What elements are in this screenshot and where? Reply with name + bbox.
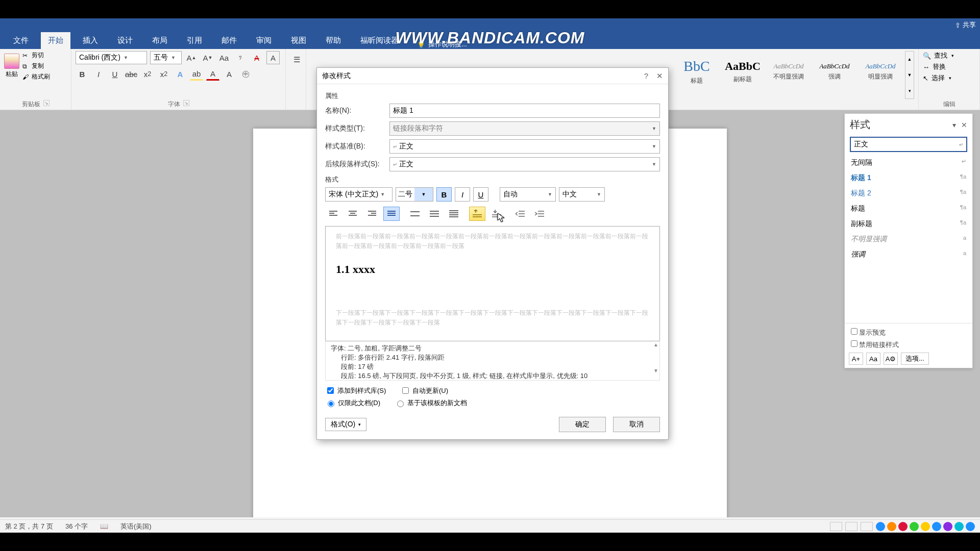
style-item[interactable]: AaBbC副标题: [720, 53, 765, 90]
char-border-button[interactable]: A: [266, 51, 280, 64]
space-before-inc-button[interactable]: [469, 207, 485, 221]
tab-design[interactable]: 设计: [110, 32, 140, 49]
share-button[interactable]: ⇧ 共享: [955, 20, 976, 30]
spacing-1-button[interactable]: [407, 207, 423, 221]
align-right-button[interactable]: [364, 207, 380, 221]
bold-button[interactable]: B: [76, 67, 89, 81]
cancel-button[interactable]: 取消: [613, 417, 660, 432]
chevron-down-icon[interactable]: ▼: [414, 188, 433, 201]
close-icon[interactable]: ✕: [961, 121, 967, 129]
style-item[interactable]: BbC标题: [674, 53, 719, 90]
align-left-button[interactable]: [325, 207, 341, 221]
print-layout-button[interactable]: [845, 522, 857, 531]
tab-mailings[interactable]: 邮件: [214, 32, 244, 49]
style-item[interactable]: AaBbCcDd强调: [812, 53, 857, 90]
dialog-titlebar[interactable]: 修改样式 ?✕: [317, 68, 668, 84]
superscript-button[interactable]: x2: [157, 67, 170, 81]
select-button[interactable]: ↖选择▾: [923, 73, 975, 83]
language-indicator[interactable]: 英语(美国): [120, 522, 152, 531]
italic-button[interactable]: I: [92, 67, 105, 81]
tellme-text[interactable]: 操作说明搜...: [428, 40, 467, 49]
shrink-font-button[interactable]: A▼: [201, 51, 214, 64]
pane-menu-icon[interactable]: ▾: [952, 121, 956, 129]
spacing-2-button[interactable]: [446, 207, 462, 221]
copy-button[interactable]: ⧉复制: [22, 62, 50, 70]
style-list-item[interactable]: 无间隔↵: [850, 155, 967, 170]
bullets-button[interactable]: ☰: [290, 53, 303, 66]
spacing-1.5-button[interactable]: [426, 207, 443, 221]
expand-icon[interactable]: ▾: [905, 83, 914, 98]
manage-styles-button[interactable]: A⚙: [884, 353, 898, 365]
chevron-down-icon[interactable]: ▼: [905, 67, 914, 83]
help-icon[interactable]: ?: [644, 71, 648, 80]
disable-linked-checkbox[interactable]: 禁用链接样式: [849, 339, 968, 349]
clear-format-button[interactable]: A: [250, 51, 263, 64]
style-list-item[interactable]: 强调a: [850, 247, 967, 262]
style-list-item[interactable]: 副标题¶a: [850, 216, 967, 232]
gallery-scroll[interactable]: ▲▼▾: [905, 51, 914, 99]
ok-button[interactable]: 确定: [559, 417, 606, 432]
replace-button[interactable]: ↔替换: [923, 62, 975, 71]
close-icon[interactable]: ✕: [656, 71, 663, 80]
tab-foxit[interactable]: 福昕阅读器: [353, 32, 406, 49]
page-indicator[interactable]: 第 2 页，共 7 页: [5, 522, 53, 531]
new-docs-radio[interactable]: 基于该模板的新文档: [395, 398, 467, 408]
tab-help[interactable]: 帮助: [318, 32, 348, 49]
style-item[interactable]: AaBbCcDd明显强调: [858, 53, 903, 90]
align-justify-button[interactable]: [383, 207, 400, 221]
subscript-button[interactable]: x2: [141, 67, 154, 81]
paste-button[interactable]: 粘贴: [4, 54, 19, 79]
tab-layout[interactable]: 布局: [145, 32, 175, 49]
font-name-combo[interactable]: Calibri (西文)▼: [76, 51, 147, 64]
change-case-button[interactable]: Aa: [217, 51, 231, 64]
phonetic-guide-button[interactable]: ﾂ: [234, 51, 247, 64]
tab-file[interactable]: 文件: [6, 32, 36, 49]
grow-font-button[interactable]: A▲: [185, 51, 198, 64]
tab-view[interactable]: 视图: [284, 32, 313, 49]
name-input[interactable]: 标题 1: [389, 104, 660, 118]
show-preview-checkbox[interactable]: 显示预览: [849, 327, 968, 337]
tab-home[interactable]: 开始: [41, 32, 70, 49]
style-list-item[interactable]: 标题 2¶a: [850, 186, 967, 201]
read-mode-button[interactable]: [830, 522, 842, 531]
find-button[interactable]: 🔍查找▾: [923, 51, 975, 60]
font-color-button[interactable]: A: [206, 67, 219, 81]
word-count[interactable]: 36 个字: [65, 522, 88, 531]
web-layout-button[interactable]: [861, 522, 873, 531]
style-list-item[interactable]: 标题¶a: [850, 201, 967, 216]
dlg-font-size-combo[interactable]: 二号▼: [396, 187, 433, 202]
only-this-doc-radio[interactable]: 仅限此文档(D): [325, 398, 380, 408]
format-menu-button[interactable]: 格式(O)▾: [325, 418, 366, 431]
font-launcher-icon[interactable]: ↘: [183, 100, 189, 106]
enclose-char-button[interactable]: ㊥: [239, 67, 252, 81]
style-inspector-button[interactable]: Aa: [866, 353, 880, 365]
format-painter-button[interactable]: 🖌格式刷: [22, 72, 50, 81]
current-style[interactable]: 正文↵: [850, 137, 967, 152]
font-size-combo[interactable]: 五号▼: [150, 51, 182, 64]
align-center-button[interactable]: [345, 207, 361, 221]
dlg-italic-button[interactable]: I: [455, 187, 470, 202]
style-list-item[interactable]: 标题 1¶a: [850, 170, 967, 186]
new-style-button[interactable]: A+: [849, 353, 863, 365]
style-item[interactable]: AaBbCcDd不明显强调: [766, 53, 811, 90]
dlg-font-name-combo[interactable]: 宋体 (中文正文)▼: [325, 187, 393, 202]
cut-button[interactable]: ✂剪切: [22, 51, 50, 60]
next-style-combo[interactable]: ↵正文▼: [389, 157, 660, 171]
strike-button[interactable]: abc: [125, 67, 138, 81]
indent-inc-button[interactable]: [531, 207, 548, 221]
add-to-gallery-checkbox[interactable]: 添加到样式库(S): [325, 386, 386, 395]
dlg-underline-button[interactable]: U: [473, 187, 488, 202]
space-before-dec-button[interactable]: [488, 207, 505, 221]
style-list-item[interactable]: 不明显强调a: [850, 232, 967, 247]
chevron-up-icon[interactable]: ▲: [653, 342, 658, 347]
based-on-combo[interactable]: ↵正文▼: [389, 139, 660, 154]
options-button[interactable]: 选项...: [901, 353, 929, 365]
chevron-down-icon[interactable]: ▼: [653, 368, 658, 373]
dlg-script-combo[interactable]: 中文▼: [559, 187, 605, 202]
chevron-up-icon[interactable]: ▲: [905, 52, 914, 67]
tab-insert[interactable]: 插入: [76, 32, 105, 49]
tab-review[interactable]: 审阅: [249, 32, 279, 49]
dlg-bold-button[interactable]: B: [436, 187, 452, 202]
indent-dec-button[interactable]: [512, 207, 528, 221]
tab-references[interactable]: 引用: [180, 32, 209, 49]
